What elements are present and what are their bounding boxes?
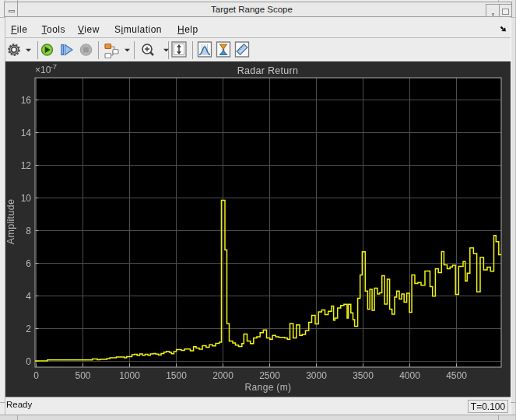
svg-text:Range (m): Range (m) xyxy=(245,382,292,393)
svg-text:Amplitude: Amplitude xyxy=(5,199,16,244)
svg-text:3500: 3500 xyxy=(353,370,374,381)
svg-text:1000: 1000 xyxy=(119,370,140,381)
svg-text:8: 8 xyxy=(26,226,31,236)
svg-text:14: 14 xyxy=(21,128,32,138)
svg-text:4500: 4500 xyxy=(446,370,467,381)
svg-text:Radar Return: Radar Return xyxy=(237,65,299,76)
svg-text:6: 6 xyxy=(26,258,31,269)
svg-text:3000: 3000 xyxy=(306,370,327,381)
svg-text:-7: -7 xyxy=(51,62,57,71)
svg-text:10: 10 xyxy=(21,193,32,204)
svg-text:2: 2 xyxy=(26,324,31,334)
svg-text:0: 0 xyxy=(33,370,39,381)
svg-text:12: 12 xyxy=(21,160,32,171)
svg-text:16: 16 xyxy=(21,95,32,106)
svg-text:×10: ×10 xyxy=(35,65,51,75)
svg-text:500: 500 xyxy=(75,370,90,381)
svg-text:2500: 2500 xyxy=(259,370,280,381)
svg-text:4000: 4000 xyxy=(399,370,420,381)
svg-text:0: 0 xyxy=(26,356,31,367)
svg-text:2000: 2000 xyxy=(212,370,233,381)
svg-text:4: 4 xyxy=(26,291,31,302)
svg-text:1500: 1500 xyxy=(166,370,187,381)
